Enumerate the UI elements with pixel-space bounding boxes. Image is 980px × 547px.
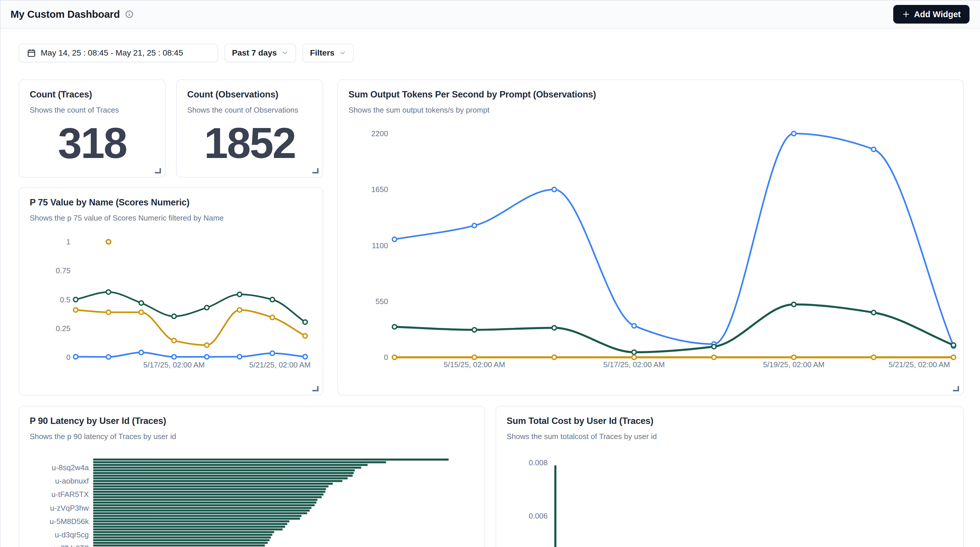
card-title: Count (Observations) bbox=[177, 80, 323, 100]
card-title: P 75 Value by Name (Scores Numeric) bbox=[19, 188, 323, 208]
date-range-value: May 14, 25 : 08:45 - May 21, 25 : 08:45 bbox=[41, 48, 183, 58]
card-title: Sum Output Tokens Per Second by Prompt (… bbox=[338, 80, 963, 100]
card-subtitle: Shows the sum output tokens/s by prompt bbox=[338, 100, 963, 115]
window-border-left bbox=[0, 0, 1, 547]
date-range-picker[interactable]: May 14, 25 : 08:45 - May 21, 25 : 08:45 bbox=[19, 44, 218, 62]
svg-text:0: 0 bbox=[66, 353, 70, 361]
card-p90-latency: P 90 Latency by User Id (Traces) Shows t… bbox=[19, 406, 485, 547]
p75-value-line-chart: 10.750.50.2505/17/25, 02:00 AM5/21/25, 0… bbox=[30, 231, 313, 386]
chevron-down-icon bbox=[339, 49, 346, 56]
card-title: P 90 Latency by User Id (Traces) bbox=[19, 406, 484, 426]
svg-text:u-aobnuxf: u-aobnuxf bbox=[55, 477, 89, 485]
resize-handle[interactable] bbox=[312, 168, 318, 173]
svg-text:0.008: 0.008 bbox=[529, 458, 548, 467]
info-icon[interactable] bbox=[125, 10, 134, 19]
card-sum-output-tokens: Sum Output Tokens Per Second by Prompt (… bbox=[337, 79, 964, 395]
svg-text:5/17/25, 02:00 AM: 5/17/25, 02:00 AM bbox=[603, 360, 665, 369]
window-border-top bbox=[0, 0, 980, 1]
metric-value-observations: 1852 bbox=[177, 118, 323, 168]
filters-dropdown[interactable]: Filters bbox=[302, 44, 354, 62]
svg-text:550: 550 bbox=[375, 297, 388, 306]
svg-text:0.75: 0.75 bbox=[56, 266, 70, 275]
svg-text:0.25: 0.25 bbox=[56, 324, 70, 333]
svg-text:1650: 1650 bbox=[371, 185, 388, 194]
time-preset-dropdown[interactable]: Past 7 days bbox=[224, 44, 296, 62]
svg-text:u-zVqP3hw: u-zVqP3hw bbox=[50, 504, 89, 512]
card-title: Count (Traces) bbox=[19, 80, 165, 100]
svg-text:u-8fVa9T3: u-8fVa9T3 bbox=[54, 544, 89, 547]
p90-latency-bar-chart: u-8sq2w4au-aobnuxfu-tFAR5TXu-zVqP3hwu-5M… bbox=[19, 447, 486, 547]
add-widget-button[interactable]: Add Widget bbox=[893, 5, 969, 24]
filters-label: Filters bbox=[310, 48, 334, 58]
svg-text:5/21/25, 02:00 AM: 5/21/25, 02:00 AM bbox=[249, 360, 311, 369]
svg-text:5/17/25, 02:00 AM: 5/17/25, 02:00 AM bbox=[143, 360, 205, 369]
svg-text:5/19/25, 02:00 AM: 5/19/25, 02:00 AM bbox=[763, 360, 824, 369]
sum-total-cost-bar-chart: 0.0080.006 bbox=[496, 447, 964, 547]
resize-handle[interactable] bbox=[953, 386, 959, 391]
svg-text:u-d3qr5cg: u-d3qr5cg bbox=[55, 530, 89, 539]
toolbar: May 14, 25 : 08:45 - May 21, 25 : 08:45 … bbox=[19, 44, 354, 62]
card-subtitle: Shows the count of Traces bbox=[19, 100, 165, 115]
card-subtitle: Shows the count of Observations bbox=[177, 100, 323, 115]
card-title: Sum Total Cost by User Id (Traces) bbox=[496, 406, 963, 426]
svg-text:5/21/25, 02:00 AM: 5/21/25, 02:00 AM bbox=[889, 360, 950, 369]
header: My Custom Dashboard Add Widget bbox=[0, 1, 980, 29]
svg-text:0: 0 bbox=[384, 353, 388, 361]
card-p75-value: P 75 Value by Name (Scores Numeric) Show… bbox=[19, 187, 323, 395]
svg-text:1: 1 bbox=[66, 238, 70, 246]
resize-handle[interactable] bbox=[312, 386, 318, 391]
svg-text:u-5M8D56k: u-5M8D56k bbox=[50, 517, 89, 526]
card-count-observations: Count (Observations) Shows the count of … bbox=[176, 79, 323, 178]
card-subtitle: Shows the p 90 latency of Traces by user… bbox=[19, 426, 484, 441]
card-subtitle: Shows the p 75 value of Scores Numeric f… bbox=[19, 208, 323, 223]
time-preset-value: Past 7 days bbox=[232, 48, 277, 58]
sum-output-tokens-line-chart: 22001650110055005/15/25, 02:00 AM5/17/25… bbox=[350, 124, 953, 380]
svg-text:u-tFAR5TX: u-tFAR5TX bbox=[51, 490, 89, 499]
page-title: My Custom Dashboard bbox=[11, 8, 120, 20]
svg-text:2200: 2200 bbox=[371, 129, 388, 138]
chevron-down-icon bbox=[282, 49, 288, 56]
metric-value-traces: 318 bbox=[19, 118, 165, 168]
plus-icon bbox=[902, 10, 910, 18]
calendar-icon bbox=[27, 48, 36, 58]
svg-text:1100: 1100 bbox=[372, 241, 388, 250]
card-subtitle: Shows the sum totalcost of Traces by use… bbox=[496, 426, 963, 441]
card-sum-total-cost: Sum Total Cost by User Id (Traces) Shows… bbox=[496, 406, 964, 547]
add-widget-label: Add Widget bbox=[914, 10, 961, 19]
svg-text:5/15/25, 02:00 AM: 5/15/25, 02:00 AM bbox=[444, 360, 505, 369]
card-count-traces: Count (Traces) Shows the count of Traces… bbox=[19, 79, 165, 178]
svg-text:0.5: 0.5 bbox=[60, 295, 70, 304]
resize-handle[interactable] bbox=[155, 168, 161, 173]
svg-text:u-8sq2w4a: u-8sq2w4a bbox=[52, 463, 89, 472]
svg-text:0.006: 0.006 bbox=[529, 512, 548, 520]
